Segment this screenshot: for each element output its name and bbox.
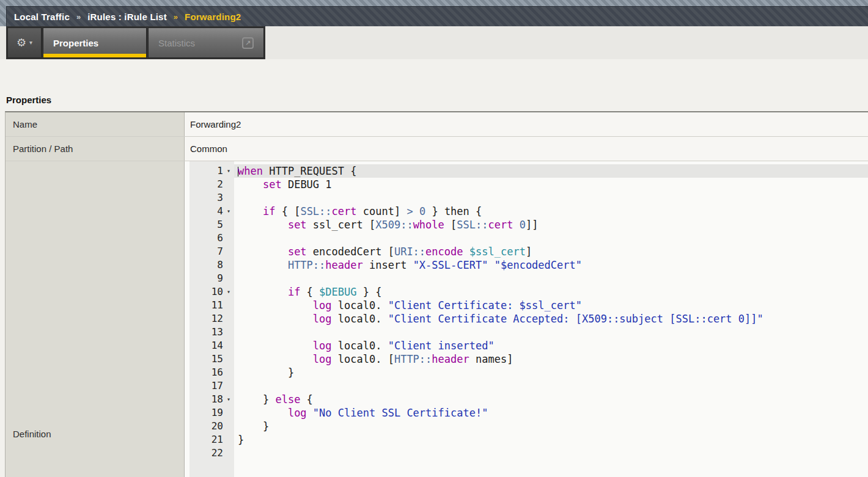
line-number: 21 [189, 433, 223, 446]
gutter-cell: 10▾ [189, 285, 234, 299]
code-text: } [234, 366, 868, 379]
external-link-icon: ↗ [242, 37, 254, 49]
gutter-cell: 16 [189, 366, 234, 379]
line-number: 3 [189, 191, 223, 205]
gutter-cell: 11 [189, 299, 234, 312]
line-number: 5 [189, 218, 223, 231]
code-line[interactable]: 5 set ssl_cert [X509::whole [SSL::cert 0… [185, 218, 868, 231]
fold-marker-icon[interactable]: ▾ [223, 393, 234, 406]
line-number: 12 [189, 312, 223, 326]
gutter-cell: 22 [189, 446, 234, 460]
code-line[interactable]: 13 [185, 326, 868, 339]
gutter-cell: 1▾ [189, 164, 234, 178]
gutter-cell: 13 [189, 326, 234, 339]
code-line[interactable]: 8 HTTP::header insert "X-SSL-CERT" "$enc… [185, 258, 868, 272]
gutter-cell: 21 [189, 433, 234, 446]
code-text: set DEBUG 1 [234, 178, 868, 191]
line-number: 18 [189, 393, 223, 406]
line-number: 16 [189, 366, 223, 379]
code-line[interactable]: 9 [185, 272, 868, 285]
code-text [234, 272, 868, 285]
code-text: log local0. "Client Certificate Accepted… [234, 312, 868, 326]
gutter-cell: 3 [189, 191, 234, 205]
code-text: log local0. [HTTP::header names] [234, 352, 868, 366]
line-number: 15 [189, 352, 223, 366]
code-text: when HTTP_REQUEST { [234, 164, 868, 178]
tab-properties[interactable]: Properties [43, 27, 147, 58]
fold-marker-icon[interactable]: ▾ [223, 164, 234, 178]
code-line[interactable]: 15 log local0. [HTTP::header names] [185, 352, 868, 366]
table-row-definition: Definition 1▾when HTTP_REQUEST {2 set DE… [6, 161, 868, 477]
gutter-cell: 12 [189, 312, 234, 326]
breadcrumb-irule-list[interactable]: iRules : iRule List [87, 12, 167, 22]
code-line[interactable]: 1▾when HTTP_REQUEST { [185, 164, 868, 178]
gutter-cell: 8 [189, 258, 234, 272]
code-line[interactable]: 18▾ } else { [185, 393, 868, 406]
name-value: Forwarding2 [185, 112, 868, 136]
chevron-down-icon: ▾ [29, 40, 32, 46]
code-line[interactable]: 11 log local0. "Client Certificate: $ssl… [185, 299, 868, 312]
line-number: 19 [189, 406, 223, 420]
code-line[interactable]: 16 } [185, 366, 868, 379]
partition-path-value: Common [185, 137, 868, 161]
line-number: 2 [189, 178, 223, 191]
breadcrumb: Local Traffic » iRules : iRule List » Fo… [6, 6, 868, 26]
code-text: log local0. "Client Certificate: $ssl_ce… [234, 299, 868, 312]
code-line[interactable]: 21} [185, 433, 868, 446]
code-line[interactable]: 7 set encodedCert [URI::encode $ssl_cert… [185, 245, 868, 258]
code-text: set encodedCert [URI::encode $ssl_cert] [234, 245, 868, 258]
active-tab-indicator [43, 54, 146, 57]
tab-statistics[interactable]: Statistics ↗ [148, 27, 264, 58]
tab-bar: ⚙ ▾ Properties Statistics ↗ [6, 26, 265, 59]
gear-menu-button[interactable]: ⚙ ▾ [7, 27, 42, 58]
gutter-cell: 14 [189, 339, 234, 352]
line-number: 13 [189, 326, 223, 339]
code-text: if { [SSL::cert count] > 0 } then { [234, 205, 868, 218]
code-text: } else { [234, 393, 868, 406]
code-text: } [234, 433, 868, 446]
code-line[interactable]: 10▾ if { $DEBUG } { [185, 285, 868, 299]
breadcrumb-separator-icon: » [76, 12, 81, 21]
gutter-cell: 19 [189, 406, 234, 420]
code-text: log local0. "Client inserted" [234, 339, 868, 352]
irule-code-editor[interactable]: 1▾when HTTP_REQUEST {2 set DEBUG 134▾ if… [185, 161, 868, 477]
code-line[interactable]: 19 log "No Client SSL Certificate!" [185, 406, 868, 420]
code-line[interactable]: 14 log local0. "Client inserted" [185, 339, 868, 352]
table-row-name: Name Forwarding2 [6, 112, 868, 137]
gutter-cell: 9 [189, 272, 234, 285]
code-line[interactable]: 17 [185, 379, 868, 393]
gutter-cell: 5 [189, 218, 234, 231]
line-number: 8 [189, 258, 223, 272]
code-text: } [234, 420, 868, 433]
breadcrumb-current-page: Forwarding2 [185, 12, 241, 22]
tab-row: ⚙ ▾ Properties Statistics ↗ [0, 26, 868, 59]
gutter-cell: 2 [189, 178, 234, 191]
name-label: Name [6, 112, 185, 136]
line-number: 17 [189, 379, 223, 393]
gutter-cell: 4▾ [189, 205, 234, 218]
code-line[interactable]: 20 } [185, 420, 868, 433]
code-text: HTTP::header insert "X-SSL-CERT" "$encod… [234, 258, 868, 272]
code-line[interactable]: 2 set DEBUG 1 [185, 178, 868, 191]
code-line[interactable]: 6 [185, 231, 868, 245]
code-text [234, 191, 868, 205]
gutter-cell: 17 [189, 379, 234, 393]
page-title: Properties [6, 95, 51, 105]
code-line[interactable]: 4▾ if { [SSL::cert count] > 0 } then { [185, 205, 868, 218]
code-line[interactable]: 12 log local0. "Client Certificate Accep… [185, 312, 868, 326]
fold-marker-icon[interactable]: ▾ [223, 205, 234, 218]
code-line[interactable]: 22 [185, 446, 868, 460]
line-number: 4 [189, 205, 223, 218]
irule-properties-page: Local Traffic » iRules : iRule List » Fo… [0, 0, 868, 477]
code-lines: 1▾when HTTP_REQUEST {2 set DEBUG 134▾ if… [185, 164, 868, 460]
fold-marker-icon[interactable]: ▾ [223, 285, 234, 299]
code-line[interactable]: 3 [185, 191, 868, 205]
table-row-partition: Partition / Path Common [6, 137, 868, 161]
code-text [234, 326, 868, 339]
code-text [234, 446, 868, 460]
breadcrumb-local-traffic[interactable]: Local Traffic [14, 12, 70, 22]
tab-statistics-label: Statistics [158, 38, 195, 48]
line-number: 22 [189, 446, 223, 460]
breadcrumb-separator-icon: » [174, 12, 178, 21]
code-text: log "No Client SSL Certificate!" [234, 406, 868, 420]
